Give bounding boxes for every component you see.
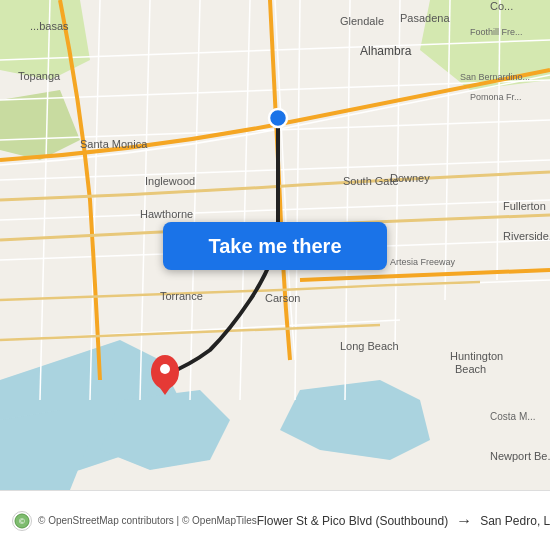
svg-text:Hawthorne: Hawthorne	[140, 208, 193, 220]
svg-text:Alhambra: Alhambra	[360, 44, 412, 58]
svg-text:Downey: Downey	[390, 172, 430, 184]
svg-text:Long Beach: Long Beach	[340, 340, 399, 352]
arrow-icon: →	[456, 512, 472, 530]
route-info: Flower St & Pico Blvd (Southbound) → San…	[257, 512, 550, 530]
svg-text:Inglewood: Inglewood	[145, 175, 195, 187]
svg-text:Beach: Beach	[455, 363, 486, 375]
svg-text:Riverside...: Riverside...	[503, 230, 550, 242]
svg-text:...basas: ...basas	[30, 20, 69, 32]
svg-text:Fullerton: Fullerton	[503, 200, 546, 212]
svg-text:Glendale: Glendale	[340, 15, 384, 27]
attribution-text: © OpenStreetMap contributors | © OpenMap…	[38, 515, 257, 526]
svg-text:Newport Be...: Newport Be...	[490, 450, 550, 462]
map-container: Glendale Pasadena Alhambra Foothill Fre.…	[0, 0, 550, 490]
svg-text:©: ©	[19, 517, 25, 526]
svg-text:Artesia Freeway: Artesia Freeway	[390, 257, 456, 267]
destination-label: San Pedro, La	[480, 514, 550, 528]
svg-text:Pomona Fr...: Pomona Fr...	[470, 92, 522, 102]
svg-text:Santa Monica: Santa Monica	[80, 138, 148, 150]
osm-logo: ©	[12, 511, 32, 531]
svg-text:Foothill Fre...: Foothill Fre...	[470, 27, 523, 37]
svg-text:Huntington: Huntington	[450, 350, 503, 362]
svg-text:San Bernardino...: San Bernardino...	[460, 72, 530, 82]
origin-label: Flower St & Pico Blvd (Southbound)	[257, 514, 448, 528]
svg-point-50	[269, 109, 287, 127]
svg-text:Torrance: Torrance	[160, 290, 203, 302]
svg-text:Co...: Co...	[490, 0, 513, 12]
svg-text:Pasadena: Pasadena	[400, 12, 450, 24]
svg-text:Topanga: Topanga	[18, 70, 61, 82]
bottom-bar: © © OpenStreetMap contributors | © OpenM…	[0, 490, 550, 550]
svg-text:Costa M...: Costa M...	[490, 411, 536, 422]
svg-text:Carson: Carson	[265, 292, 300, 304]
svg-point-53	[160, 364, 170, 374]
take-me-there-button[interactable]: Take me there	[163, 222, 387, 270]
